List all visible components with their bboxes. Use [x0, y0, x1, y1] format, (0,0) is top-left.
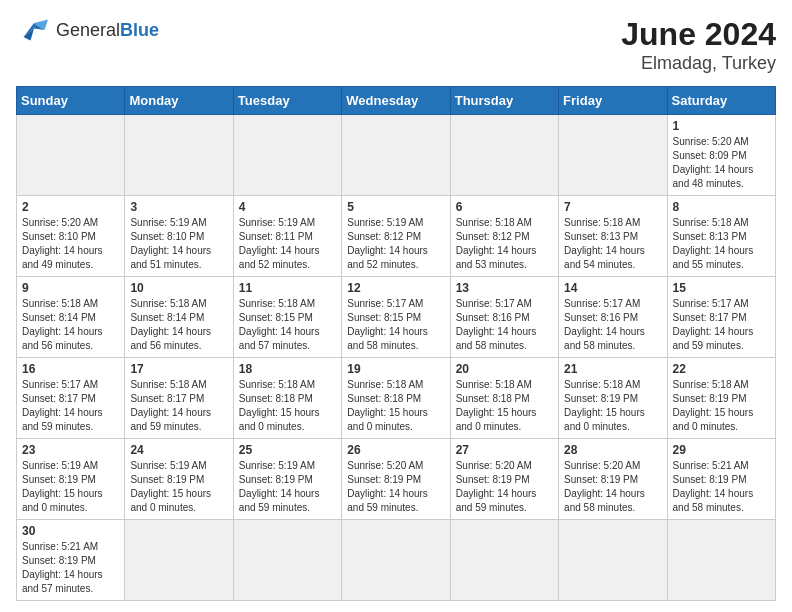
calendar-cell [233, 115, 341, 196]
calendar-cell: 22Sunrise: 5:18 AM Sunset: 8:19 PM Dayli… [667, 358, 775, 439]
week-row-3: 9Sunrise: 5:18 AM Sunset: 8:14 PM Daylig… [17, 277, 776, 358]
col-friday: Friday [559, 87, 667, 115]
calendar-cell: 7Sunrise: 5:18 AM Sunset: 8:13 PM Daylig… [559, 196, 667, 277]
day-number: 30 [22, 524, 119, 538]
day-number: 8 [673, 200, 770, 214]
day-number: 27 [456, 443, 553, 457]
day-info: Sunrise: 5:18 AM Sunset: 8:19 PM Dayligh… [673, 378, 770, 434]
day-info: Sunrise: 5:20 AM Sunset: 8:19 PM Dayligh… [564, 459, 661, 515]
day-number: 21 [564, 362, 661, 376]
day-number: 2 [22, 200, 119, 214]
day-number: 25 [239, 443, 336, 457]
day-info: Sunrise: 5:21 AM Sunset: 8:19 PM Dayligh… [673, 459, 770, 515]
day-info: Sunrise: 5:18 AM Sunset: 8:18 PM Dayligh… [347, 378, 444, 434]
calendar-title: June 2024 [621, 16, 776, 53]
day-info: Sunrise: 5:19 AM Sunset: 8:19 PM Dayligh… [130, 459, 227, 515]
calendar-cell: 1Sunrise: 5:20 AM Sunset: 8:09 PM Daylig… [667, 115, 775, 196]
calendar-cell: 23Sunrise: 5:19 AM Sunset: 8:19 PM Dayli… [17, 439, 125, 520]
day-number: 9 [22, 281, 119, 295]
day-info: Sunrise: 5:17 AM Sunset: 8:16 PM Dayligh… [564, 297, 661, 353]
day-number: 20 [456, 362, 553, 376]
calendar-cell: 14Sunrise: 5:17 AM Sunset: 8:16 PM Dayli… [559, 277, 667, 358]
day-number: 15 [673, 281, 770, 295]
col-sunday: Sunday [17, 87, 125, 115]
week-row-1: 1Sunrise: 5:20 AM Sunset: 8:09 PM Daylig… [17, 115, 776, 196]
calendar-cell: 26Sunrise: 5:20 AM Sunset: 8:19 PM Dayli… [342, 439, 450, 520]
day-number: 17 [130, 362, 227, 376]
calendar-cell: 3Sunrise: 5:19 AM Sunset: 8:10 PM Daylig… [125, 196, 233, 277]
day-info: Sunrise: 5:18 AM Sunset: 8:12 PM Dayligh… [456, 216, 553, 272]
day-number: 1 [673, 119, 770, 133]
calendar-cell [125, 520, 233, 601]
calendar-title-block: June 2024 Elmadag, Turkey [621, 16, 776, 74]
col-tuesday: Tuesday [233, 87, 341, 115]
day-info: Sunrise: 5:18 AM Sunset: 8:18 PM Dayligh… [456, 378, 553, 434]
day-number: 19 [347, 362, 444, 376]
calendar-cell: 18Sunrise: 5:18 AM Sunset: 8:18 PM Dayli… [233, 358, 341, 439]
day-info: Sunrise: 5:18 AM Sunset: 8:17 PM Dayligh… [130, 378, 227, 434]
day-number: 26 [347, 443, 444, 457]
day-number: 11 [239, 281, 336, 295]
day-info: Sunrise: 5:18 AM Sunset: 8:19 PM Dayligh… [564, 378, 661, 434]
calendar-cell: 13Sunrise: 5:17 AM Sunset: 8:16 PM Dayli… [450, 277, 558, 358]
day-info: Sunrise: 5:17 AM Sunset: 8:17 PM Dayligh… [673, 297, 770, 353]
day-number: 23 [22, 443, 119, 457]
calendar-cell: 21Sunrise: 5:18 AM Sunset: 8:19 PM Dayli… [559, 358, 667, 439]
day-number: 18 [239, 362, 336, 376]
day-info: Sunrise: 5:17 AM Sunset: 8:16 PM Dayligh… [456, 297, 553, 353]
calendar-cell [342, 520, 450, 601]
week-row-5: 23Sunrise: 5:19 AM Sunset: 8:19 PM Dayli… [17, 439, 776, 520]
calendar-cell: 30Sunrise: 5:21 AM Sunset: 8:19 PM Dayli… [17, 520, 125, 601]
calendar-cell [450, 520, 558, 601]
calendar-cell [342, 115, 450, 196]
day-info: Sunrise: 5:18 AM Sunset: 8:14 PM Dayligh… [22, 297, 119, 353]
col-thursday: Thursday [450, 87, 558, 115]
day-number: 7 [564, 200, 661, 214]
day-number: 6 [456, 200, 553, 214]
day-number: 13 [456, 281, 553, 295]
page-header: GeneralBlue June 2024 Elmadag, Turkey [16, 16, 776, 74]
calendar-cell: 11Sunrise: 5:18 AM Sunset: 8:15 PM Dayli… [233, 277, 341, 358]
day-info: Sunrise: 5:17 AM Sunset: 8:17 PM Dayligh… [22, 378, 119, 434]
day-number: 12 [347, 281, 444, 295]
day-info: Sunrise: 5:18 AM Sunset: 8:13 PM Dayligh… [564, 216, 661, 272]
day-info: Sunrise: 5:18 AM Sunset: 8:14 PM Dayligh… [130, 297, 227, 353]
day-info: Sunrise: 5:18 AM Sunset: 8:13 PM Dayligh… [673, 216, 770, 272]
logo-text: GeneralBlue [56, 20, 159, 41]
week-row-2: 2Sunrise: 5:20 AM Sunset: 8:10 PM Daylig… [17, 196, 776, 277]
calendar-cell: 6Sunrise: 5:18 AM Sunset: 8:12 PM Daylig… [450, 196, 558, 277]
day-number: 29 [673, 443, 770, 457]
calendar-cell: 24Sunrise: 5:19 AM Sunset: 8:19 PM Dayli… [125, 439, 233, 520]
day-info: Sunrise: 5:19 AM Sunset: 8:19 PM Dayligh… [22, 459, 119, 515]
day-number: 3 [130, 200, 227, 214]
day-number: 24 [130, 443, 227, 457]
day-number: 16 [22, 362, 119, 376]
col-wednesday: Wednesday [342, 87, 450, 115]
logo-icon [16, 16, 52, 44]
calendar-cell: 25Sunrise: 5:19 AM Sunset: 8:19 PM Dayli… [233, 439, 341, 520]
calendar-cell: 16Sunrise: 5:17 AM Sunset: 8:17 PM Dayli… [17, 358, 125, 439]
calendar-cell [233, 520, 341, 601]
calendar-subtitle: Elmadag, Turkey [621, 53, 776, 74]
calendar-cell: 10Sunrise: 5:18 AM Sunset: 8:14 PM Dayli… [125, 277, 233, 358]
col-monday: Monday [125, 87, 233, 115]
calendar-cell: 19Sunrise: 5:18 AM Sunset: 8:18 PM Dayli… [342, 358, 450, 439]
day-info: Sunrise: 5:18 AM Sunset: 8:15 PM Dayligh… [239, 297, 336, 353]
calendar-cell [667, 520, 775, 601]
calendar-cell: 2Sunrise: 5:20 AM Sunset: 8:10 PM Daylig… [17, 196, 125, 277]
day-info: Sunrise: 5:19 AM Sunset: 8:19 PM Dayligh… [239, 459, 336, 515]
calendar-cell [559, 520, 667, 601]
calendar-cell [17, 115, 125, 196]
logo: GeneralBlue [16, 16, 159, 44]
day-info: Sunrise: 5:20 AM Sunset: 8:19 PM Dayligh… [347, 459, 444, 515]
day-info: Sunrise: 5:18 AM Sunset: 8:18 PM Dayligh… [239, 378, 336, 434]
calendar-cell: 9Sunrise: 5:18 AM Sunset: 8:14 PM Daylig… [17, 277, 125, 358]
day-number: 10 [130, 281, 227, 295]
day-info: Sunrise: 5:21 AM Sunset: 8:19 PM Dayligh… [22, 540, 119, 596]
calendar-cell: 5Sunrise: 5:19 AM Sunset: 8:12 PM Daylig… [342, 196, 450, 277]
day-number: 14 [564, 281, 661, 295]
calendar-cell: 17Sunrise: 5:18 AM Sunset: 8:17 PM Dayli… [125, 358, 233, 439]
calendar-cell [450, 115, 558, 196]
day-number: 22 [673, 362, 770, 376]
day-info: Sunrise: 5:20 AM Sunset: 8:10 PM Dayligh… [22, 216, 119, 272]
